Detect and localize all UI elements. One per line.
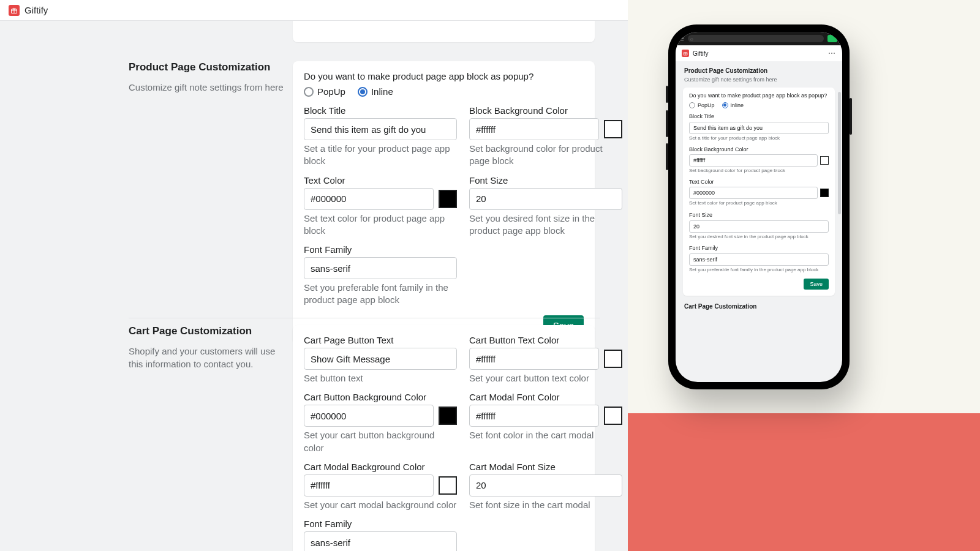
field-help: Set text color for product page app bloc… — [304, 212, 457, 238]
font-size-input[interactable] — [469, 188, 622, 210]
radio-icon — [722, 102, 728, 108]
radio-icon — [304, 87, 314, 97]
status-badge-icon — [827, 35, 837, 42]
more-icon: ⋯ — [828, 49, 836, 58]
phone-side-button-icon — [666, 143, 668, 170]
color-swatch-button[interactable] — [436, 474, 457, 497]
radio-inline[interactable]: Inline — [358, 86, 393, 97]
font-family-input[interactable] — [304, 257, 457, 279]
cart-modal-size-field: Cart Modal Font Size Set font size in th… — [469, 462, 622, 511]
field-help: Set you preferable font family in the pr… — [689, 267, 829, 273]
color-swatch-button[interactable] — [601, 118, 622, 140]
color-swatch-button[interactable] — [436, 405, 457, 427]
block-title-input[interactable] — [689, 122, 829, 134]
color-swatch-button[interactable] — [601, 348, 622, 370]
mobile-app-header: Giftify ⋯ — [676, 45, 842, 61]
text-color-field: Text Color Set text color for product pa… — [304, 175, 457, 238]
field-label: Font Size — [469, 175, 622, 186]
field-label: Cart Modal Background Color — [304, 462, 457, 472]
field-help: Set a title for your product page app bl… — [304, 143, 457, 168]
mockup-panel: ≡ ⌕ Giftify ⋯ Product Page Customization — [628, 0, 980, 551]
cart-btn-text-input[interactable] — [304, 348, 457, 370]
swatch-icon[interactable] — [820, 156, 829, 165]
radio-inline-label: Inline — [731, 102, 744, 108]
color-swatch-button[interactable] — [601, 405, 622, 427]
radio-icon — [689, 102, 695, 108]
radio-popup-label: PopUp — [698, 102, 715, 108]
cart-btn-textcolor-field: Cart Button Text Color Set your cart but… — [469, 335, 622, 384]
field-label: Block Background Color — [689, 146, 829, 152]
swatch-icon — [604, 120, 622, 138]
cart-card: Cart Page Button Text Set button text Ca… — [293, 325, 595, 551]
app-name: Giftify — [693, 50, 709, 57]
field-help: Set font color in the cart modal — [469, 429, 622, 441]
block-title-input[interactable] — [304, 118, 457, 140]
text-color-input[interactable] — [689, 187, 818, 199]
cart-modal-bg-field: Cart Modal Background Color Set your car… — [304, 462, 457, 511]
cart-btn-textcolor-input[interactable] — [469, 348, 599, 370]
field-help: Set you preferable font family in the pr… — [304, 282, 457, 307]
hamburger-icon: ≡ — [680, 36, 684, 42]
red-accent-block — [628, 413, 980, 551]
popup-radio-group: PopUp Inline — [304, 86, 584, 97]
cart-modal-bg-input[interactable] — [304, 474, 434, 497]
swatch-icon — [604, 407, 622, 425]
section-subtitle: Shopify and your customers will use this… — [129, 345, 287, 370]
field-label: Cart Button Text Color — [469, 335, 622, 345]
popup-prompt: Do you want to make product page app blo… — [689, 92, 829, 100]
field-help: Set your cart modal background color — [304, 499, 457, 511]
field-label: Block Background Color — [469, 105, 622, 116]
cart-modal-size-input[interactable] — [469, 474, 622, 497]
field-help: Set font size in the cart modal — [469, 499, 622, 511]
field-label: Cart Modal Font Color — [469, 392, 622, 402]
field-help: Set you desired font size in the product… — [469, 212, 622, 238]
section-divider — [129, 318, 600, 318]
block-bg-input[interactable] — [469, 118, 599, 140]
text-color-input[interactable] — [304, 188, 434, 210]
radio-inline[interactable]: Inline — [722, 102, 744, 108]
field-label: Block Title — [689, 113, 829, 119]
swatch-icon[interactable] — [820, 189, 829, 197]
block-bg-input[interactable] — [689, 154, 818, 167]
app-panel: Giftify Product Page Customization Custo… — [0, 0, 628, 551]
field-label: Font Family — [304, 244, 457, 255]
section-subtitle: Customize gift note settings from here — [684, 77, 835, 83]
app-logo-icon — [682, 50, 689, 57]
save-button[interactable]: Save — [804, 279, 829, 290]
font-size-input[interactable] — [689, 220, 829, 233]
swatch-icon — [439, 407, 457, 425]
font-size-field: Font Size Set you desired font size in t… — [469, 175, 622, 238]
field-help: Set a title for your product page app bl… — [689, 135, 829, 141]
swatch-icon — [439, 190, 457, 208]
phone-screen: ≡ ⌕ Giftify ⋯ Product Page Customization — [676, 32, 842, 382]
search-icon: ⌕ — [690, 36, 693, 42]
field-help: Set your cart button background color — [304, 429, 457, 454]
cart-font-family-input[interactable] — [304, 531, 457, 551]
radio-inline-label: Inline — [371, 86, 393, 97]
field-help: Set you desired font size in the product… — [689, 234, 829, 240]
field-help: Set background color for product page bl… — [689, 168, 829, 174]
phone-frame: ≡ ⌕ Giftify ⋯ Product Page Customization — [668, 24, 850, 389]
cart-btn-bg-field: Cart Button Background Color Set your ca… — [304, 392, 457, 454]
section-desc: Product Page Customization Customize gif… — [129, 61, 287, 94]
color-swatch-button[interactable] — [436, 188, 457, 210]
section-subtitle: Customize gift note settings from here — [129, 81, 287, 94]
field-help: Set button text — [304, 372, 457, 384]
mobile-product-card: Do you want to make product page app blo… — [683, 88, 835, 296]
address-bar: ⌕ — [688, 35, 824, 42]
field-label: Cart Modal Font Size — [469, 462, 622, 472]
radio-popup-label: PopUp — [317, 86, 345, 97]
cart-modal-fontcolor-input[interactable] — [469, 405, 599, 427]
content-area: Product Page Customization Customize gif… — [0, 21, 628, 551]
radio-popup[interactable]: PopUp — [304, 86, 345, 97]
field-label: Text Color — [304, 175, 457, 186]
font-family-input[interactable] — [689, 253, 829, 266]
phone-side-button-icon — [666, 110, 668, 137]
cart-btn-bg-input[interactable] — [304, 405, 434, 427]
cart-font-family-field: Font Family Set your font family — [304, 519, 457, 551]
field-label: Cart Button Background Color — [304, 392, 457, 402]
mobile-body: Product Page Customization Customize gif… — [676, 61, 842, 382]
swatch-icon — [604, 350, 622, 368]
scrollbar[interactable] — [838, 92, 841, 214]
radio-popup[interactable]: PopUp — [689, 102, 715, 108]
